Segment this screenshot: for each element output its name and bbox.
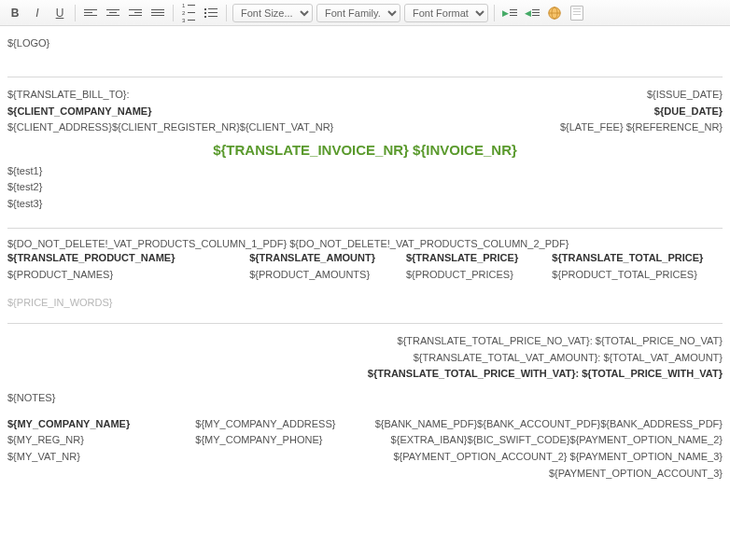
separator [173,5,174,21]
separator [494,5,495,21]
editor-canvas[interactable]: ${LOGO} ${TRANSLATE_BILL_TO}: ${CLIENT_C… [0,26,730,519]
globe-icon[interactable] [545,4,564,22]
indent-button[interactable]: ▶ [500,4,519,22]
my-company-phone: ${MY_COMPANY_PHONE} [195,432,358,449]
header-block: ${TRANSLATE_BILL_TO}: ${CLIENT_COMPANY_N… [7,87,723,136]
editor-toolbar: B I U 123 Font Size... Font Family. Font… [0,0,730,26]
test2: ${test2} [7,179,723,196]
divider [7,77,723,77]
latefee-reference: ${LATE_FEE} ${REFERENCE_NR} [560,119,723,136]
my-reg-nr: ${MY_REG_NR} [7,432,184,449]
align-left-button[interactable] [81,4,100,22]
notes: ${NOTES} [7,392,723,403]
page-icon[interactable] [568,4,586,22]
footer-block: ${MY_COMPANY_NAME} ${MY_REG_NR} ${MY_VAT… [7,416,723,482]
font-size-select[interactable]: Font Size... [232,4,313,22]
product-amounts: ${PRODUCT_AMOUNTS} [249,266,399,284]
my-company-name: ${MY_COMPANY_NAME} [7,416,184,433]
bank-line-4: ${PAYMENT_OPTION_ACCOUNT_3} [369,466,723,483]
bill-to-label: ${TRANSLATE_BILL_TO}: [7,87,333,104]
col-header-amount: ${TRANSLATE_AMOUNT} [249,249,399,267]
col-header-price: ${TRANSLATE_PRICE} [406,249,544,267]
ordered-list-button[interactable]: 123 [179,4,198,22]
test1: ${test1} [7,163,723,180]
font-family-select[interactable]: Font Family. [316,4,400,22]
unordered-list-button[interactable] [202,4,220,22]
separator [226,5,227,21]
align-justify-button[interactable] [148,4,167,22]
price-in-words: ${PRICE_IN_WORDS} [7,297,723,308]
col-header-total: ${TRANSLATE_TOTAL_PRICE} [552,249,723,267]
col-header-name: ${TRANSLATE_PRODUCT_NAME} [7,249,242,267]
align-right-button[interactable] [126,4,145,22]
product-prices: ${PRODUCT_PRICES} [406,266,544,284]
bank-line-3: ${PAYMENT_OPTION_ACCOUNT_2} ${PAYMENT_OP… [369,449,723,466]
separator [75,5,76,21]
underline-button[interactable]: U [50,4,69,22]
my-vat-nr: ${MY_VAT_NR} [7,449,184,466]
totals-block: ${TRANSLATE_TOTAL_PRICE_NO_VAT}: ${TOTAL… [7,333,723,383]
products-table: ${DO_NOT_DELETE!_VAT_PRODUCTS_COLUMN_1_P… [7,238,723,284]
issue-date: ${ISSUE_DATE} [560,87,723,104]
bank-line-1: ${BANK_NAME_PDF}${BANK_ACCOUNT_PDF}${BAN… [369,416,723,433]
total-vat-amount: ${TRANSLATE_TOTAL_VAT_AMOUNT}: ${TOTAL_V… [7,350,723,367]
total-with-vat: ${TRANSLATE_TOTAL_PRICE_WITH_VAT}: ${TOT… [7,366,723,383]
bank-line-2: ${EXTRA_IBAN}${BIC_SWIFT_CODE}${PAYMENT_… [369,432,723,449]
outdent-button[interactable]: ◀ [523,4,541,22]
divider [7,228,723,229]
vat-columns-note: ${DO_NOT_DELETE!_VAT_PRODUCTS_COLUMN_1_P… [7,238,723,249]
my-company-address: ${MY_COMPANY_ADDRESS} [195,416,358,433]
product-total-prices: ${PRODUCT_TOTAL_PRICES} [552,266,723,284]
divider [7,323,723,324]
test3: ${test3} [7,196,723,213]
product-names: ${PRODUCT_NAMES} [7,266,242,284]
align-center-button[interactable] [104,4,122,22]
total-no-vat: ${TRANSLATE_TOTAL_PRICE_NO_VAT}: ${TOTAL… [7,333,723,350]
due-date: ${DUE_DATE} [560,104,723,120]
font-format-select[interactable]: Font Format [404,4,488,22]
client-address-line: ${CLIENT_ADDRESS}${CLIENT_REGISTER_NR}${… [7,119,333,136]
italic-button[interactable]: I [28,4,47,22]
logo-placeholder: ${LOGO} [7,37,723,49]
tests-block: ${test1} ${test2} ${test3} [7,163,723,213]
client-company-name: ${CLIENT_COMPANY_NAME} [7,104,333,120]
invoice-title: ${TRANSLATE_INVOICE_NR} ${INVOICE_NR} [7,142,723,158]
bold-button[interactable]: B [6,4,24,22]
